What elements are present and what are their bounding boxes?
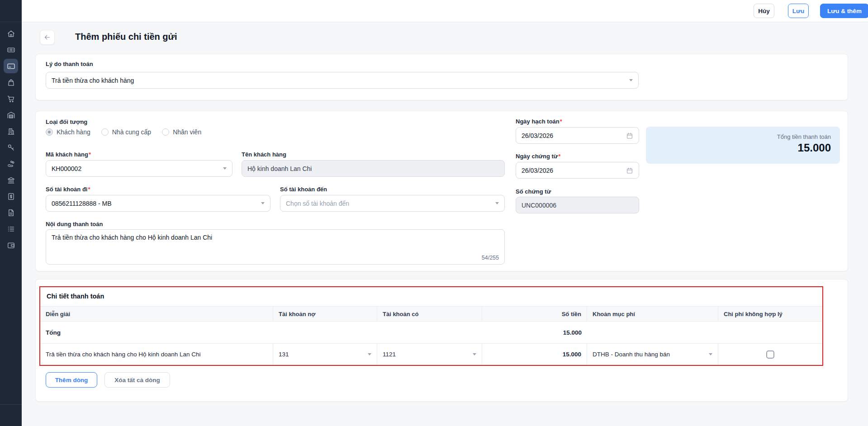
sidebar-item-purchases[interactable] [0, 74, 22, 90]
row-amount: 15.000 [563, 351, 581, 358]
total-row-amount: 15.000 [482, 322, 587, 343]
row-fee-category-select[interactable]: DTHB - Doanh thu hàng bán [587, 344, 718, 365]
object-type-label: Loại đối tượng [46, 118, 87, 125]
invoice-dollar-icon [7, 192, 15, 201]
document-icon [7, 208, 15, 217]
payment-details-card: Chi tiết thanh toán Diễn giải Tài khoản … [35, 279, 848, 402]
total-payment-value: 15.000 [655, 142, 831, 154]
sidebar-item-assets[interactable] [0, 139, 22, 156]
sidebar-item-documents[interactable] [0, 204, 22, 221]
customer-code-value: KH000002 [52, 165, 219, 172]
add-row-button[interactable]: Thêm dòng [46, 372, 97, 388]
chevron-right-icon [7, 7, 14, 14]
home-icon [7, 29, 15, 38]
document-date-input[interactable]: 26/03/2026 [516, 162, 639, 179]
sidebar-item-reports[interactable] [0, 221, 22, 237]
chevron-down-icon [473, 353, 476, 355]
to-account-select[interactable]: Chọn số tài khoản đến [280, 195, 505, 212]
reason-select[interactable]: Trả tiền thừa cho khách hàng [46, 72, 639, 89]
required-marker: * [558, 153, 560, 160]
required-marker: * [89, 151, 91, 158]
cancel-button[interactable]: Hủy [754, 4, 774, 18]
row-debit-account-select[interactable]: 131 [273, 344, 377, 365]
character-counter: 54/255 [482, 255, 499, 261]
row-amount-cell[interactable]: 15.000 [482, 344, 587, 365]
row-description: Trả tiền thừa cho khách hàng cho Hộ kinh… [46, 351, 201, 358]
chevron-down-icon [223, 167, 227, 170]
calendar-icon [626, 132, 633, 139]
document-number-label: Số chứng từ [516, 188, 551, 195]
banknote-icon [7, 46, 15, 54]
customer-code-label: Mã khách hàng* [46, 151, 91, 158]
chevron-down-icon [709, 353, 712, 355]
save-button[interactable]: Lưu [788, 4, 809, 18]
row-credit-account-select[interactable]: 1121 [377, 344, 482, 365]
radio-customer[interactable]: Khách hàng [46, 128, 90, 136]
customer-name-label: Tên khách hàng [242, 151, 286, 158]
top-bar: Hủy Lưu Lưu & thêm [22, 0, 868, 22]
total-payment-panel: Tổng tiền thanh toán 15.000 [646, 127, 840, 164]
row-debit-account-value: 131 [279, 351, 364, 358]
sidebar-item-home[interactable] [0, 25, 22, 42]
sidebar-item-sales[interactable] [0, 90, 22, 107]
radio-employee-label: Nhân viên [173, 128, 201, 136]
calendar-icon [626, 167, 633, 174]
delete-row-button[interactable]: ✕ [864, 352, 868, 364]
from-account-label: Số tài khoản đi* [46, 186, 90, 193]
customer-name-value: Hộ kinh doanh Lan Chi [247, 165, 499, 172]
row-description-cell[interactable]: Trả tiền thừa cho khách hàng cho Hộ kinh… [40, 344, 273, 365]
radio-supplier[interactable]: Nhà cung cấp [101, 128, 151, 136]
radio-unselected-icon [162, 128, 169, 136]
col-amount: Số tiền [482, 307, 587, 321]
table-header-row: Diễn giải Tài khoản nợ Tài khoản có Số t… [40, 306, 822, 322]
wallet-icon [7, 241, 15, 250]
radio-unselected-icon [101, 128, 109, 136]
posting-date-value: 26/03/2026 [522, 132, 626, 139]
radio-supplier-label: Nhà cung cấp [112, 128, 151, 136]
sidebar-item-warehouse[interactable] [0, 107, 22, 123]
delete-all-rows-button[interactable]: Xóa tất cả dòng [104, 372, 170, 388]
save-and-add-button[interactable]: Lưu & thêm [820, 4, 868, 18]
row-unreasonable-expense-cell [718, 344, 822, 365]
reason-card: Lý do thanh toán Trả tiền thừa cho khách… [35, 54, 848, 100]
table-total-row: Tổng 15.000 [40, 322, 822, 344]
payment-content-label: Nội dung thanh toán [46, 221, 103, 227]
customer-code-select[interactable]: KH000002 [46, 160, 232, 177]
required-marker: * [88, 186, 90, 193]
sidebar-item-bank[interactable] [0, 172, 22, 188]
sidebar [0, 0, 22, 426]
radio-employee[interactable]: Nhân viên [162, 128, 201, 136]
posting-date-label: Ngày hạch toán* [516, 118, 562, 125]
document-number-value: UNC000006 [522, 202, 633, 209]
shopping-bag-icon [7, 78, 15, 87]
chevron-down-icon [495, 202, 499, 204]
sidebar-item-settings[interactable] [0, 404, 22, 426]
sidebar-item-bank-deposit[interactable] [0, 58, 22, 74]
from-account-select[interactable]: 0856211128888 - MB [46, 195, 270, 212]
voucher-form-card: Loại đối tượng Khách hàng Nhà cung cấp N… [35, 111, 848, 271]
sidebar-item-cash[interactable] [0, 42, 22, 58]
row-credit-account-value: 1121 [383, 351, 469, 358]
sidebar-item-company[interactable] [0, 123, 22, 139]
unreasonable-expense-checkbox[interactable] [766, 350, 774, 359]
from-account-value: 0856211128888 - MB [52, 200, 257, 207]
col-fee-category: Khoản mục phí [587, 307, 718, 321]
posting-date-input[interactable]: 26/03/2026 [516, 127, 639, 144]
details-title: Chi tiết thanh toán [47, 293, 104, 300]
bank-icon [7, 176, 15, 185]
sidebar-item-wallet[interactable] [0, 237, 22, 253]
sidebar-item-salary[interactable] [0, 156, 22, 172]
total-row-label: Tổng [40, 322, 273, 343]
col-credit-account: Tài khoản có [377, 307, 482, 321]
back-button[interactable] [40, 30, 55, 45]
to-account-label: Số tài khoản đến [280, 186, 327, 193]
chevron-down-icon [629, 79, 633, 81]
highlight-rectangle: Chi tiết thanh toán Diễn giải Tài khoản … [39, 286, 823, 366]
sidebar-item-tax[interactable] [0, 188, 22, 204]
to-account-placeholder: Chọn số tài khoản đến [286, 200, 492, 207]
radio-selected-icon [46, 128, 53, 136]
sidebar-expand-button[interactable] [0, 0, 22, 22]
radio-customer-label: Khách hàng [57, 128, 90, 136]
col-debit-account: Tài khoản nợ [273, 307, 377, 321]
payment-content-textarea[interactable]: Trả tiền thừa cho khách hàng cho Hộ kinh… [46, 229, 505, 265]
